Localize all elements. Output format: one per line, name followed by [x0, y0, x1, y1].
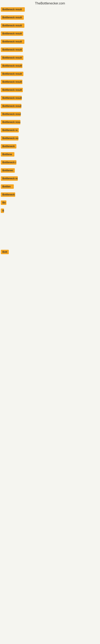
- bottleneck-row-2[interactable]: Bottleneck result: [0, 14, 100, 22]
- bottleneck-badge-8[interactable]: Bottleneck result: [1, 64, 22, 68]
- bottleneck-badge-16[interactable]: Bottleneck re: [1, 128, 19, 132]
- bottleneck-badge-13[interactable]: Bottleneck result: [1, 104, 21, 108]
- bottleneck-badge-23[interactable]: Bottlen: [1, 184, 14, 189]
- bottleneck-row-16[interactable]: Bottleneck re: [0, 127, 100, 135]
- bottleneck-row-29[interactable]: [0, 238, 100, 248]
- bottleneck-row-27[interactable]: [0, 215, 100, 226]
- bottleneck-badge-11[interactable]: Bottleneck result: [1, 88, 23, 92]
- bottleneck-row-34[interactable]: [0, 290, 100, 301]
- rows-container: Bottleneck resultBottleneck resultBottle…: [0, 6, 100, 400]
- bottleneck-badge-9[interactable]: Bottleneck result: [1, 72, 23, 76]
- bottleneck-row-18[interactable]: Bottleneck: [0, 143, 100, 151]
- bottleneck-row-5[interactable]: Bottleneck result: [0, 38, 100, 46]
- bottleneck-row-21[interactable]: Bottlenec: [0, 167, 100, 175]
- bottleneck-badge-19[interactable]: Bottlene: [1, 152, 14, 156]
- bottleneck-badge-12[interactable]: Bottleneck result: [1, 96, 22, 100]
- bottleneck-row-19[interactable]: Bottlene: [0, 151, 100, 159]
- bottleneck-row-15[interactable]: Bottleneck result: [0, 119, 100, 127]
- empty-row-extra-1: [0, 323, 100, 334]
- bottleneck-row-13[interactable]: Bottleneck result: [0, 103, 100, 111]
- bottleneck-badge-25[interactable]: Bo: [1, 200, 6, 205]
- bottleneck-row-1[interactable]: Bottleneck result: [0, 6, 100, 14]
- empty-row-extra-7: [0, 390, 100, 400]
- bottleneck-row-7[interactable]: Bottleneck result: [0, 54, 100, 62]
- bottleneck-row-20[interactable]: Bottleneck r: [0, 159, 100, 167]
- bottleneck-row-14[interactable]: Bottleneck result: [0, 111, 100, 119]
- empty-row-extra-6: [0, 378, 100, 390]
- bottleneck-badge-3[interactable]: Bottleneck result: [1, 23, 24, 28]
- bottleneck-row-12[interactable]: Bottleneck result: [0, 94, 100, 103]
- bottleneck-row-35[interactable]: [0, 301, 100, 312]
- bottleneck-row-4[interactable]: Bottleneck result: [0, 30, 100, 38]
- empty-row-extra-2: [0, 334, 100, 345]
- bottleneck-badge-4[interactable]: Bottleneck result: [1, 32, 23, 36]
- bottleneck-badge-7[interactable]: Bottleneck result: [1, 56, 23, 60]
- bottleneck-row-23[interactable]: Bottlen: [0, 183, 100, 191]
- bottleneck-row-32[interactable]: [0, 268, 100, 279]
- bottleneck-row-33[interactable]: [0, 279, 100, 290]
- bottleneck-row-24[interactable]: Bottleneck: [0, 191, 100, 199]
- empty-row-extra-0: [0, 312, 100, 323]
- bottleneck-badge-6[interactable]: Bottleneck result: [1, 48, 23, 52]
- bottleneck-badge-10[interactable]: Bottleneck result: [1, 80, 22, 84]
- bottleneck-badge-18[interactable]: Bottleneck: [1, 144, 16, 148]
- bottleneck-badge-14[interactable]: Bottleneck result: [1, 112, 21, 116]
- bottleneck-row-25[interactable]: Bo: [0, 199, 100, 207]
- bottleneck-row-22[interactable]: Bottleneck re: [0, 175, 100, 183]
- bottleneck-badge-2[interactable]: Bottleneck result: [1, 15, 24, 20]
- bottleneck-badge-15[interactable]: Bottleneck result: [1, 120, 20, 124]
- bottleneck-badge-5[interactable]: Bottleneck result: [1, 40, 24, 44]
- bottleneck-row-30[interactable]: Bott: [0, 248, 100, 256]
- bottleneck-badge-26[interactable]: B: [1, 208, 4, 213]
- bottleneck-row-17[interactable]: Bottleneck resu: [0, 135, 100, 143]
- bottleneck-row-26[interactable]: B: [0, 207, 100, 215]
- site-title: TheBottlenecker.com: [0, 0, 100, 6]
- bottleneck-row-28[interactable]: [0, 226, 100, 238]
- empty-row-extra-4: [0, 356, 100, 367]
- bottleneck-row-10[interactable]: Bottleneck result: [0, 78, 100, 86]
- bottleneck-badge-1[interactable]: Bottleneck result: [1, 7, 25, 12]
- empty-row-extra-5: [0, 367, 100, 378]
- bottleneck-badge-17[interactable]: Bottleneck resu: [1, 136, 18, 140]
- bottleneck-row-8[interactable]: Bottleneck result: [0, 62, 100, 70]
- bottleneck-badge-22[interactable]: Bottleneck re: [1, 176, 18, 181]
- bottleneck-row-11[interactable]: Bottleneck result: [0, 86, 100, 94]
- bottleneck-row-9[interactable]: Bottleneck result: [0, 70, 100, 78]
- bottleneck-row-31[interactable]: [0, 256, 100, 268]
- bottleneck-row-6[interactable]: Bottleneck result: [0, 46, 100, 54]
- bottleneck-badge-30[interactable]: Bott: [1, 250, 9, 254]
- empty-row-extra-3: [0, 345, 100, 356]
- bottleneck-row-3[interactable]: Bottleneck result: [0, 22, 100, 30]
- bottleneck-badge-20[interactable]: Bottleneck r: [1, 160, 16, 164]
- bottleneck-badge-24[interactable]: Bottleneck: [1, 192, 15, 197]
- bottleneck-badge-21[interactable]: Bottlenec: [1, 168, 15, 173]
